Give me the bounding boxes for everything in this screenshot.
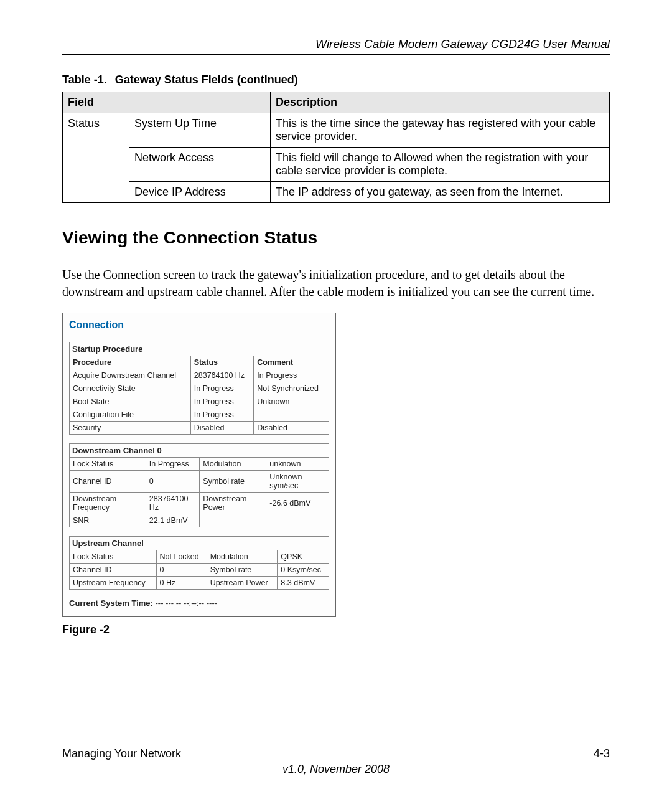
table-row: Channel ID 0 Symbol rate 0 Ksym/sec bbox=[70, 564, 329, 577]
section-heading: Viewing the Connection Status bbox=[62, 228, 610, 248]
cell bbox=[266, 514, 329, 527]
footer-left: Managing Your Network bbox=[62, 747, 181, 760]
page: Wireless Cable Modem Gateway CGD24G User… bbox=[0, 0, 672, 807]
downstream-channel-table: Downstream Channel 0 Lock Status In Prog… bbox=[69, 443, 329, 527]
figure-caption: Figure -2 bbox=[62, 623, 610, 636]
table-row: Connectivity State In Progress Not Synch… bbox=[70, 382, 329, 395]
cell: Not Synchronized bbox=[254, 382, 329, 395]
table-row: Upstream Frequency 0 Hz Upstream Power 8… bbox=[70, 577, 329, 590]
cell: Channel ID bbox=[70, 471, 146, 493]
cell: 0 bbox=[156, 564, 207, 577]
cell-desc: This field will change to Allowed when t… bbox=[271, 148, 610, 182]
cell: Modulation bbox=[200, 458, 266, 471]
cell: QPSK bbox=[278, 550, 329, 564]
up-caption: Upstream Channel bbox=[69, 536, 329, 550]
table-row: Downstream Frequency 283764100 Hz Downst… bbox=[70, 493, 329, 514]
cell-desc: The IP address of you gateway, as seen f… bbox=[271, 182, 610, 203]
table-row: Channel ID 0 Symbol rate Unknown sym/sec bbox=[70, 471, 329, 493]
systime-label: Current System Time: bbox=[69, 598, 153, 608]
cell: Not Locked bbox=[156, 550, 207, 564]
cell: Connectivity State bbox=[70, 382, 191, 395]
cell: Boot State bbox=[70, 395, 191, 408]
footer-version: v1.0, November 2008 bbox=[62, 763, 610, 776]
cell: Downstream Frequency bbox=[70, 493, 146, 514]
doc-title: Wireless Cable Modem Gateway CGD24G User… bbox=[315, 37, 610, 50]
cell: 22.1 dBmV bbox=[146, 514, 200, 527]
table-caption: Table -1. Gateway Status Fields (continu… bbox=[62, 73, 610, 87]
table-row: SNR 22.1 dBmV bbox=[70, 514, 329, 527]
cell-desc: This is the time since the gateway has r… bbox=[271, 113, 610, 148]
footer-right: 4-3 bbox=[594, 747, 610, 760]
cell: Security bbox=[70, 422, 191, 435]
cell: Unknown sym/sec bbox=[266, 471, 329, 493]
body-paragraph: Use the Connection screen to track the g… bbox=[62, 267, 610, 300]
cell: Disabled bbox=[254, 422, 329, 435]
cell: 8.3 dBmV bbox=[278, 577, 329, 590]
cell: SNR bbox=[70, 514, 146, 527]
cell-sub: System Up Time bbox=[129, 113, 271, 148]
gateway-status-fields-table: Field Description Status System Up Time … bbox=[62, 92, 610, 203]
table-title: Gateway Status Fields (continued) bbox=[115, 73, 298, 86]
th-comment: Comment bbox=[254, 356, 329, 369]
cell: Disabled bbox=[190, 422, 254, 435]
cell: In Progress bbox=[190, 382, 254, 395]
cell: 0 bbox=[146, 471, 200, 493]
cell bbox=[254, 408, 329, 422]
startup-caption: Startup Procedure bbox=[69, 342, 329, 356]
cell: 0 Ksym/sec bbox=[278, 564, 329, 577]
cell: Modulation bbox=[207, 550, 278, 564]
cell: 0 Hz bbox=[156, 577, 207, 590]
cell: Upstream Power bbox=[207, 577, 278, 590]
cell-sub: Device IP Address bbox=[129, 182, 271, 203]
table-label: Table -1. bbox=[62, 73, 107, 86]
cell: -26.6 dBmV bbox=[266, 493, 329, 514]
cell: Symbol rate bbox=[207, 564, 278, 577]
cell: Unknown bbox=[254, 395, 329, 408]
th-status: Status bbox=[190, 356, 254, 369]
connection-screenshot: Connection Startup Procedure Procedure S… bbox=[62, 313, 336, 617]
down-caption: Downstream Channel 0 bbox=[69, 443, 329, 457]
th-field: Field bbox=[63, 92, 271, 113]
table-row: Security Disabled Disabled bbox=[70, 422, 329, 435]
table-row: Lock Status In Progress Modulation unkno… bbox=[70, 458, 329, 471]
table-row: Acquire Downstream Channel 283764100 Hz … bbox=[70, 369, 329, 382]
table-row: Boot State In Progress Unknown bbox=[70, 395, 329, 408]
table-row: Configuration File In Progress bbox=[70, 408, 329, 422]
page-header: Wireless Cable Modem Gateway CGD24G User… bbox=[62, 37, 610, 55]
cell: In Progress bbox=[254, 369, 329, 382]
current-system-time: Current System Time: --- --- -- --:--:--… bbox=[69, 598, 329, 608]
rowgroup-status: Status bbox=[63, 113, 129, 203]
cell: In Progress bbox=[190, 408, 254, 422]
cell: Downstream Power bbox=[200, 493, 266, 514]
cell: Channel ID bbox=[70, 564, 157, 577]
cell: In Progress bbox=[146, 458, 200, 471]
cell: Symbol rate bbox=[200, 471, 266, 493]
cell: 283764100 Hz bbox=[190, 369, 254, 382]
cell: In Progress bbox=[190, 395, 254, 408]
cell: Upstream Frequency bbox=[70, 577, 157, 590]
startup-procedure-table: Startup Procedure Procedure Status Comme… bbox=[69, 342, 329, 435]
page-footer: Managing Your Network 4-3 v1.0, November… bbox=[62, 743, 610, 776]
cell: Lock Status bbox=[70, 458, 146, 471]
shot-title: Connection bbox=[69, 319, 329, 331]
systime-value: --- --- -- --:--:-- ---- bbox=[155, 598, 217, 608]
th-description: Description bbox=[271, 92, 610, 113]
cell-sub: Network Access bbox=[129, 148, 271, 182]
cell: unknown bbox=[266, 458, 329, 471]
cell: Lock Status bbox=[70, 550, 157, 564]
cell bbox=[200, 514, 266, 527]
cell: Acquire Downstream Channel bbox=[70, 369, 191, 382]
th-procedure: Procedure bbox=[70, 356, 191, 369]
upstream-channel-table: Upstream Channel Lock Status Not Locked … bbox=[69, 536, 329, 590]
cell: 283764100 Hz bbox=[146, 493, 200, 514]
cell: Configuration File bbox=[70, 408, 191, 422]
table-row: Lock Status Not Locked Modulation QPSK bbox=[70, 550, 329, 564]
